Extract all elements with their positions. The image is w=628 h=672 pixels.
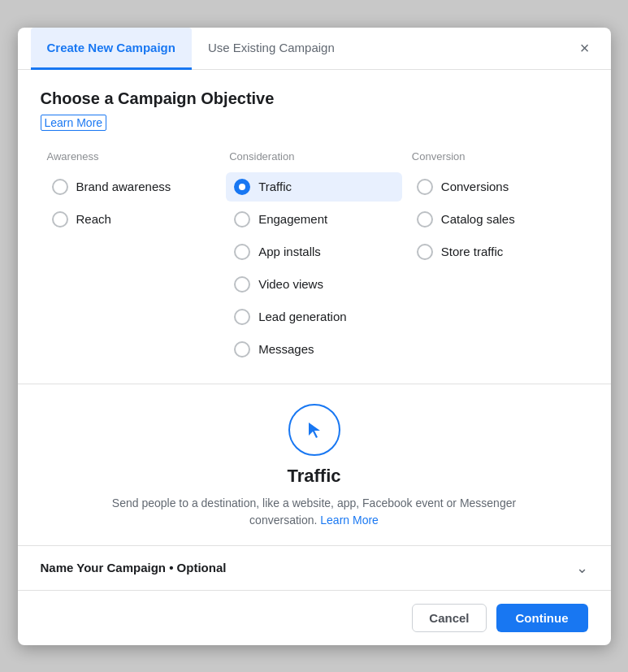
tabs-bar: Create New Campaign Use Existing Campaig… <box>18 28 611 70</box>
radio-circle-video-views <box>234 276 250 293</box>
cursor-icon <box>302 418 327 442</box>
radio-engagement[interactable]: Engagement <box>226 205 402 234</box>
chevron-down-icon: ⌄ <box>576 559 588 577</box>
name-campaign-label: Name Your Campaign • Optional <box>41 561 227 574</box>
radio-reach[interactable]: Reach <box>44 205 220 234</box>
radio-traffic[interactable]: Traffic <box>226 172 402 202</box>
preview-learn-more-link[interactable]: Learn More <box>320 514 379 527</box>
page-title: Choose a Campaign Objective <box>41 89 588 108</box>
close-button[interactable]: × <box>572 35 598 61</box>
radio-label-brand-awareness: Brand awareness <box>76 180 171 193</box>
radio-circle-store-traffic <box>417 244 433 260</box>
preview-icon <box>288 404 340 456</box>
tab-use-existing[interactable]: Use Existing Campaign <box>192 28 351 70</box>
column-header-consideration: Consideration <box>226 150 402 163</box>
radio-circle-app-installs <box>234 244 250 260</box>
radio-label-reach: Reach <box>76 212 111 226</box>
modal-footer: Cancel Continue <box>18 590 611 645</box>
column-conversion: Conversion Conversions Catalog sales Sto… <box>405 150 588 367</box>
radio-video-views[interactable]: Video views <box>226 270 402 299</box>
radio-circle-lead-generation <box>234 309 250 325</box>
radio-catalog-sales[interactable]: Catalog sales <box>409 205 585 234</box>
radio-label-video-views: Video views <box>258 277 323 291</box>
radio-circle-reach <box>52 211 68 228</box>
radio-store-traffic[interactable]: Store traffic <box>409 237 585 267</box>
radio-lead-generation[interactable]: Lead generation <box>226 302 402 332</box>
radio-label-engagement: Engagement <box>258 212 327 226</box>
modal-body: Choose a Campaign Objective Learn More A… <box>18 70 611 367</box>
name-campaign-section[interactable]: Name Your Campaign • Optional ⌄ <box>18 545 611 590</box>
radio-conversions[interactable]: Conversions <box>409 172 585 202</box>
radio-circle-messages <box>234 341 250 358</box>
radio-circle-brand-awareness <box>52 179 68 195</box>
column-header-conversion: Conversion <box>409 150 585 163</box>
radio-circle-conversions <box>417 179 433 195</box>
tab-create-new[interactable]: Create New Campaign <box>31 28 192 70</box>
cancel-button[interactable]: Cancel <box>412 604 486 632</box>
radio-circle-traffic <box>234 179 250 195</box>
objective-preview: Traffic Send people to a destination, li… <box>18 384 611 545</box>
radio-label-app-installs: App installs <box>258 245 321 258</box>
radio-label-messages: Messages <box>258 342 314 356</box>
radio-brand-awareness[interactable]: Brand awareness <box>44 172 220 202</box>
preview-description: Send people to a destination, like a web… <box>111 495 518 529</box>
radio-label-conversions: Conversions <box>441 180 509 193</box>
column-awareness: Awareness Brand awareness Reach <box>41 150 223 367</box>
radio-label-lead-generation: Lead generation <box>258 310 346 323</box>
radio-circle-catalog-sales <box>417 211 433 228</box>
radio-messages[interactable]: Messages <box>226 335 402 364</box>
column-consideration: Consideration Traffic Engagement App ins… <box>223 150 405 367</box>
radio-app-installs[interactable]: App installs <box>226 237 402 267</box>
radio-label-catalog-sales: Catalog sales <box>441 212 515 226</box>
objectives-grid: Awareness Brand awareness Reach Consider… <box>41 150 588 367</box>
preview-title: Traffic <box>50 466 578 487</box>
learn-more-link[interactable]: Learn More <box>41 115 107 131</box>
column-header-awareness: Awareness <box>44 150 220 163</box>
radio-label-store-traffic: Store traffic <box>441 245 503 258</box>
continue-button[interactable]: Continue <box>496 604 588 632</box>
radio-label-traffic: Traffic <box>258 180 292 193</box>
radio-circle-engagement <box>234 211 250 228</box>
